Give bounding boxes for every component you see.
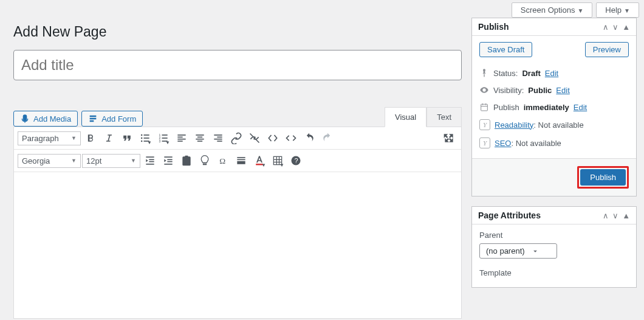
svg-rect-3 — [144, 134, 149, 136]
link-button[interactable] — [228, 130, 245, 147]
svg-rect-28 — [164, 156, 172, 158]
svg-rect-16 — [196, 134, 204, 136]
svg-rect-25 — [149, 159, 154, 161]
publish-box-title: Publish — [478, 22, 509, 32]
text-color-button[interactable]: ▼ — [251, 152, 268, 169]
toolbar-row-1: Paragraph▼ ▼ 123▼ — [14, 127, 461, 150]
source-code-button[interactable] — [283, 130, 300, 147]
special-char-button[interactable]: Ω — [214, 152, 231, 169]
caret-down-icon: ▼ — [71, 158, 77, 164]
screen-options-button[interactable]: Screen Options▼ — [512, 2, 593, 18]
font-select[interactable]: Georgia▼ — [18, 154, 81, 168]
help-button-toolbar[interactable]: ? — [287, 152, 304, 169]
svg-rect-12 — [177, 134, 185, 136]
svg-rect-18 — [196, 139, 204, 140]
move-down-icon[interactable]: ∨ — [612, 211, 618, 220]
edit-visibility-link[interactable]: Edit — [556, 86, 569, 95]
insert-shortcode-button[interactable] — [264, 130, 281, 147]
svg-rect-9 — [162, 134, 168, 136]
title-input[interactable] — [13, 50, 462, 80]
svg-rect-30 — [167, 161, 172, 162]
svg-rect-45 — [481, 104, 488, 111]
add-form-button[interactable]: Add Form — [81, 111, 143, 127]
font-size-select[interactable]: 12pt▼ — [82, 154, 140, 168]
sidebar: Publish ∧ ∨ ▲ Save Draft Preview Status:… — [471, 18, 637, 319]
svg-rect-34 — [237, 157, 245, 158]
toggle-panel-icon[interactable]: ▲ — [622, 23, 630, 32]
publish-date-row: Publish immediately Edit — [479, 99, 629, 116]
align-left-button[interactable] — [173, 130, 190, 147]
align-center-button[interactable] — [191, 130, 208, 147]
screen-options-label: Screen Options — [521, 5, 575, 15]
move-up-icon[interactable]: ∧ — [603, 23, 609, 32]
svg-text:?: ? — [295, 157, 298, 164]
page-attributes-box: Page Attributes ∧ ∨ ▲ Parent (no parent)… — [471, 206, 637, 288]
media-icon — [20, 114, 30, 123]
form-icon — [88, 114, 98, 123]
formats-button[interactable] — [233, 152, 250, 169]
readability-link[interactable]: Readability — [495, 120, 533, 130]
table-button[interactable]: ▼ — [269, 152, 286, 169]
edit-publish-date-link[interactable]: Edit — [574, 103, 587, 112]
tab-visual[interactable]: Visual — [385, 107, 426, 127]
align-right-button[interactable] — [210, 130, 227, 147]
svg-rect-35 — [237, 159, 245, 161]
svg-rect-29 — [167, 159, 172, 161]
add-media-button[interactable]: Add Media — [13, 111, 78, 127]
caret-down-icon: ▼ — [131, 158, 136, 164]
add-media-label: Add Media — [33, 114, 71, 123]
svg-point-1 — [141, 137, 143, 139]
svg-point-2 — [141, 141, 143, 142]
redo-button[interactable] — [319, 130, 336, 147]
yoast-icon: Y — [479, 137, 490, 148]
unlink-button[interactable] — [246, 130, 263, 147]
add-form-label: Add Form — [101, 114, 136, 123]
bullet-list-button[interactable]: ▼ — [137, 130, 154, 147]
editor-content[interactable] — [14, 172, 461, 318]
readability-row: Y Readability: Not available — [479, 116, 629, 134]
chevron-down-icon — [531, 247, 540, 256]
help-label: Help — [605, 5, 622, 15]
template-label: Template — [479, 268, 629, 277]
toggle-panel-icon[interactable]: ▲ — [622, 211, 630, 220]
move-up-icon[interactable]: ∧ — [603, 211, 609, 220]
main-column: Add New Page Add Media Add Form Visual T… — [13, 18, 462, 319]
parent-label: Parent — [479, 231, 629, 240]
svg-rect-13 — [177, 137, 182, 138]
font-size-value: 12pt — [86, 156, 101, 165]
svg-rect-23 — [217, 141, 222, 142]
caret-down-icon: ▼ — [577, 7, 583, 14]
bold-button[interactable] — [82, 130, 99, 147]
preview-button[interactable]: Preview — [585, 42, 629, 57]
numbered-list-button[interactable]: 123▼ — [155, 130, 172, 147]
svg-rect-20 — [214, 134, 222, 136]
move-down-icon[interactable]: ∨ — [612, 23, 618, 32]
svg-rect-36 — [237, 161, 245, 164]
svg-text:3: 3 — [159, 139, 161, 143]
outdent-button[interactable] — [142, 152, 159, 169]
italic-button[interactable] — [100, 130, 117, 147]
clear-format-button[interactable] — [196, 152, 213, 169]
top-bar: Screen Options▼ Help▼ — [0, 0, 644, 18]
caret-down-icon: ▼ — [261, 162, 266, 168]
help-button[interactable]: Help▼ — [596, 2, 639, 18]
yoast-icon: Y — [479, 119, 490, 130]
save-draft-button[interactable]: Save Draft — [479, 42, 532, 57]
blockquote-button[interactable] — [118, 130, 135, 147]
publish-button[interactable]: Publish — [580, 169, 626, 186]
pin-icon — [479, 68, 489, 78]
svg-rect-15 — [177, 141, 182, 142]
undo-button[interactable] — [301, 130, 318, 147]
svg-rect-17 — [197, 137, 202, 138]
caret-down-icon: ▼ — [624, 7, 630, 14]
indent-button[interactable] — [160, 152, 177, 169]
svg-rect-32 — [185, 156, 188, 158]
edit-status-link[interactable]: Edit — [545, 69, 558, 78]
parent-value: (no parent) — [486, 246, 525, 256]
seo-link[interactable]: SEO — [495, 139, 511, 148]
format-select[interactable]: Paragraph▼ — [18, 131, 81, 145]
paste-text-button[interactable] — [178, 152, 195, 169]
tab-text[interactable]: Text — [426, 107, 462, 127]
parent-select[interactable]: (no parent) — [479, 243, 557, 259]
fullscreen-button[interactable] — [440, 130, 457, 147]
